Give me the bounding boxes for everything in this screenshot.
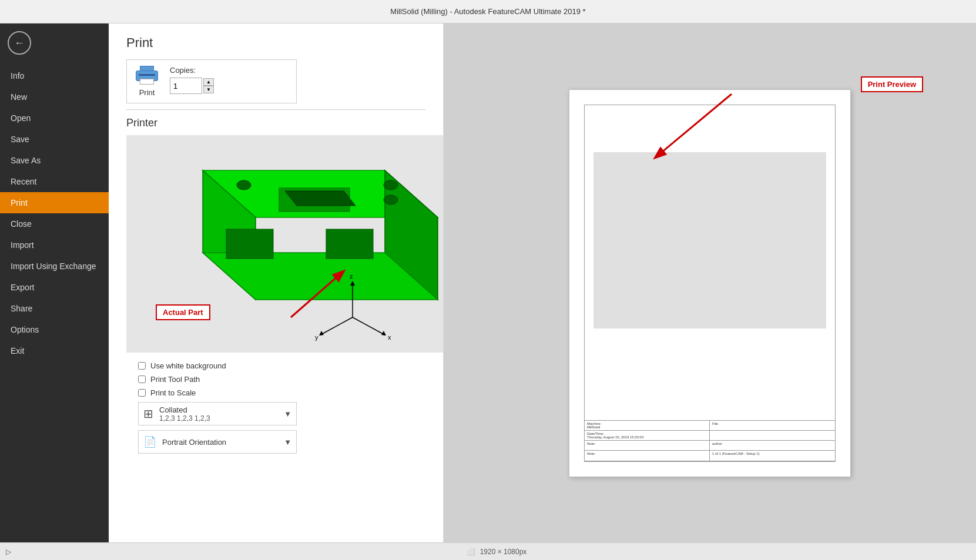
- copies-down-button[interactable]: ▼: [203, 86, 214, 93]
- print-to-scale-row: Print to Scale: [138, 388, 414, 397]
- print-to-scale-label: Print to Scale: [150, 388, 196, 397]
- use-white-bg-checkbox[interactable]: [138, 362, 146, 370]
- print-button-label: Print: [139, 88, 155, 97]
- print-preview-label: Print Preview: [861, 76, 923, 92]
- title-text: MillSolid (Milling) - Autodesk FeatureCA…: [390, 7, 585, 16]
- footer-machine-value: MillSolid: [587, 425, 600, 429]
- model-preview: z y x Actual Part: [126, 135, 444, 353]
- orientation-label: Portrait Orientation: [162, 438, 226, 447]
- back-arrow-icon: ←: [14, 37, 25, 49]
- sidebar-item-import-exchange[interactable]: Import Using Exchange: [0, 256, 109, 277]
- footer-author-value: author: [710, 441, 835, 451]
- collated-chevron-icon: ▼: [284, 410, 291, 418]
- sidebar-item-export[interactable]: Export: [0, 277, 109, 298]
- footer-datetime-label: Date/Time:Thursday, August 15, 2019 15:2…: [585, 431, 710, 441]
- collated-dropdown[interactable]: ⊞ Collated 1,2,3 1,2,3 1,2,3 ▼: [138, 402, 297, 425]
- back-button[interactable]: ←: [5, 28, 34, 58]
- print-to-scale-checkbox[interactable]: [138, 389, 146, 397]
- svg-rect-6: [326, 229, 373, 259]
- sidebar: ← Info New Open Save Save As Recent Prin…: [0, 24, 109, 542]
- svg-text:y: y: [315, 334, 318, 341]
- orientation-icon: 📄: [143, 435, 156, 448]
- status-bar-center: ⬜ 1920 × 1080px: [23, 548, 970, 556]
- sidebar-item-recent[interactable]: Recent: [0, 171, 109, 192]
- status-left-icon[interactable]: ▷: [6, 548, 11, 556]
- status-dimensions: 1920 × 1080px: [480, 548, 527, 556]
- actual-part-annotation: Actual Part: [156, 304, 210, 320]
- print-title: Print: [126, 35, 425, 51]
- orientation-dropdown-row: 📄 Portrait Orientation ▼: [138, 430, 414, 454]
- collated-main-label: Collated: [159, 405, 210, 414]
- copies-label: Copies:: [170, 66, 196, 75]
- status-center-icon[interactable]: ⬜: [467, 548, 475, 556]
- sidebar-item-close[interactable]: Close: [0, 213, 109, 234]
- footer-file-label: File:: [710, 421, 835, 431]
- footer-datetime-value2: [710, 431, 835, 441]
- print-tool-path-label: Print Tool Path: [150, 375, 200, 384]
- svg-marker-10: [285, 191, 355, 206]
- print-tool-path-checkbox[interactable]: [138, 375, 146, 383]
- print-button[interactable]: Print: [136, 66, 158, 97]
- copies-input[interactable]: [170, 78, 202, 94]
- use-white-bg-row: Use white background: [138, 361, 414, 370]
- sidebar-item-options[interactable]: Options: [0, 319, 109, 340]
- printer-icon: [136, 66, 158, 85]
- svg-text:x: x: [388, 334, 391, 341]
- content-area: Print Print Copies:: [109, 24, 976, 542]
- sidebar-item-exit[interactable]: Exit: [0, 340, 109, 361]
- print-panel: Print Print Copies:: [109, 24, 444, 542]
- collated-value: 1,2,3 1,2,3 1,2,3: [159, 414, 210, 422]
- collated-icon: ⊞: [143, 407, 153, 421]
- back-circle-icon: ←: [8, 31, 31, 55]
- status-bar: ▷ ⬜ 1920 × 1080px: [0, 542, 976, 560]
- svg-text:z: z: [350, 273, 353, 280]
- svg-point-9: [384, 195, 398, 204]
- footer-note2-label: Note:: [585, 451, 710, 461]
- sidebar-item-print[interactable]: Print: [0, 192, 109, 213]
- page-preview: Machine:MillSolid File: Date/Time:Thursd…: [569, 89, 851, 477]
- orientation-chevron-icon: ▼: [284, 438, 291, 447]
- copies-spinner: ▲ ▼: [203, 78, 214, 93]
- footer-datetime-value: Thursday, August 15, 2019 15:20:03: [587, 435, 643, 439]
- svg-line-13: [353, 317, 385, 335]
- sidebar-item-import[interactable]: Import: [0, 234, 109, 256]
- sidebar-item-save-as[interactable]: Save As: [0, 150, 109, 171]
- page-content-area: [593, 152, 826, 328]
- sidebar-nav: Info New Open Save Save As Recent Print …: [0, 62, 109, 361]
- footer-note1-label: Note:: [585, 441, 710, 451]
- svg-rect-5: [226, 229, 273, 259]
- footer-machine-label: Machine:MillSolid: [585, 421, 710, 431]
- actual-part-label: Actual Part: [156, 304, 210, 320]
- print-preview-annotation: Print Preview: [861, 76, 923, 92]
- page-footer: Machine:MillSolid File: Date/Time:Thursd…: [585, 420, 835, 461]
- sidebar-item-share[interactable]: Share: [0, 298, 109, 319]
- sidebar-item-open[interactable]: Open: [0, 108, 109, 129]
- sidebar-item-info[interactable]: Info: [0, 65, 109, 86]
- print-tool-path-row: Print Tool Path: [138, 375, 414, 384]
- preview-panel: Machine:MillSolid File: Date/Time:Thursd…: [444, 24, 976, 542]
- footer-page-value: 1 of 1 (FeatureCAM - Setup 1): [710, 451, 835, 461]
- orientation-dropdown[interactable]: 📄 Portrait Orientation ▼: [138, 430, 297, 454]
- status-bar-left: ▷: [6, 548, 11, 556]
- sidebar-item-new[interactable]: New: [0, 86, 109, 108]
- use-white-bg-label: Use white background: [150, 361, 226, 370]
- page-inner: Machine:MillSolid File: Date/Time:Thursd…: [584, 105, 836, 462]
- sidebar-item-save[interactable]: Save: [0, 129, 109, 150]
- svg-line-12: [320, 317, 353, 335]
- svg-point-8: [384, 180, 398, 190]
- printer-section-title: Printer: [126, 109, 425, 129]
- main-layout: ← Info New Open Save Save As Recent Prin…: [0, 24, 976, 542]
- copies-up-button[interactable]: ▲: [203, 78, 214, 86]
- print-options: Use white background Print Tool Path Pri…: [126, 353, 425, 467]
- title-bar: MillSolid (Milling) - Autodesk FeatureCA…: [0, 0, 976, 24]
- svg-point-7: [237, 180, 251, 190]
- collated-dropdown-row: ⊞ Collated 1,2,3 1,2,3 1,2,3 ▼: [138, 402, 414, 425]
- copies-section: Copies: ▲ ▼: [170, 66, 214, 94]
